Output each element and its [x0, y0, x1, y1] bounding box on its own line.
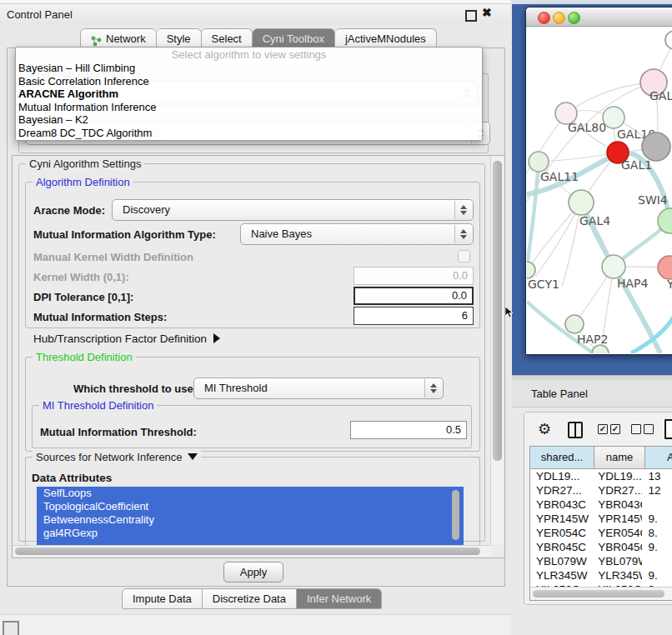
- manual-kernel-checkbox[interactable]: [458, 250, 470, 262]
- split-panes-icon[interactable]: [568, 422, 583, 438]
- data-attributes-list[interactable]: SelfLoopsTopologicalCoefficientBetweenne…: [37, 487, 464, 545]
- table-row[interactable]: YBL079WYBL079W: [530, 554, 672, 568]
- network-node[interactable]: [658, 256, 672, 279]
- table-cell[interactable]: YDL19...: [530, 469, 592, 483]
- table-row[interactable]: YDL19...YDL19...13: [530, 469, 672, 483]
- document-icon[interactable]: [664, 419, 672, 439]
- network-canvas[interactable]: GALGAL80GAL10GAL1GAL11SWI4GAL4GCY1HAP4YH…: [527, 27, 672, 353]
- attribute-list-item[interactable]: SelfLoops: [37, 487, 464, 500]
- table-cell[interactable]: [642, 498, 672, 512]
- network-node[interactable]: [665, 31, 672, 49]
- window-close-button[interactable]: [538, 12, 550, 24]
- minimized-panel-icon[interactable]: [3, 621, 19, 635]
- network-node[interactable]: [602, 255, 625, 278]
- settings-horizontal-scrollbar[interactable]: [13, 545, 491, 557]
- checked-box-icon[interactable]: ✓: [598, 424, 608, 434]
- table-cell[interactable]: [642, 554, 672, 568]
- tab-discretize-data[interactable]: Discretize Data: [203, 588, 297, 609]
- scrollbar-thumb[interactable]: [493, 161, 502, 461]
- attribute-list-item[interactable]: TopologicalCoefficient: [37, 500, 464, 513]
- table-cell[interactable]: YBL079W: [592, 554, 642, 568]
- table-row[interactable]: YPR145WYPR145W9.: [530, 512, 672, 526]
- table-cell[interactable]: 9.: [642, 568, 672, 582]
- hub-definition-expander[interactable]: Hub/Transcription Factor Definition: [33, 332, 220, 345]
- table-cell[interactable]: YDL19...: [592, 469, 642, 483]
- window-minimize-button[interactable]: [553, 12, 565, 24]
- algorithm-option[interactable]: ARACNE Algorithm: [16, 88, 482, 101]
- table-cell[interactable]: YBR043C: [530, 498, 592, 512]
- table-cell[interactable]: YPR145W: [592, 512, 642, 526]
- table-cell[interactable]: YBR045C: [592, 540, 642, 554]
- node-label: GAL4: [579, 214, 610, 228]
- scrollbar-thumb[interactable]: [533, 590, 664, 598]
- settings-vertical-scrollbar[interactable]: [490, 156, 504, 544]
- table-cell[interactable]: YBR043C: [592, 498, 642, 512]
- attribute-list-item[interactable]: BetweennessCentrality: [37, 513, 464, 527]
- table-cell[interactable]: YER054C: [530, 526, 592, 540]
- gear-icon[interactable]: ⚙: [538, 422, 551, 437]
- network-node[interactable]: [527, 262, 535, 278]
- table-cell[interactable]: YDR27...: [592, 483, 642, 498]
- attribute-list-item[interactable]: gal4RGexp: [37, 527, 464, 540]
- checked-box-icon[interactable]: ✓: [610, 424, 620, 434]
- table-horizontal-scrollbar[interactable]: [530, 587, 672, 600]
- window-zoom-button[interactable]: [568, 12, 580, 24]
- column-header-name[interactable]: name: [594, 447, 645, 468]
- network-node[interactable]: [529, 152, 549, 172]
- algorithm-option[interactable]: Basic Correlation Inference: [16, 75, 482, 88]
- algorithm-option[interactable]: Dream8 DC_TDC Algorithm: [16, 127, 482, 140]
- table-cell[interactable]: YBR045C: [530, 540, 592, 554]
- table-cell[interactable]: 13: [642, 469, 672, 483]
- table-row[interactable]: YLR345WYLR345W9.: [530, 568, 672, 582]
- unchecked-box-icon[interactable]: [631, 424, 641, 434]
- table-cell[interactable]: YBL079W: [530, 554, 592, 568]
- network-node[interactable]: [592, 345, 609, 353]
- control-panel-titlebar: Control Panel ✖: [0, 4, 510, 25]
- table-row[interactable]: YBR045CYBR045C9.: [530, 540, 672, 554]
- tab-impute-data[interactable]: Impute Data: [122, 588, 203, 609]
- sources-group-title[interactable]: Sources for Network Inference: [33, 451, 201, 463]
- table-cell[interactable]: 8.: [642, 526, 672, 540]
- tab-infer-network[interactable]: Infer Network: [297, 588, 382, 609]
- which-threshold-combo[interactable]: MI Threshold: [193, 378, 444, 399]
- attribute-list-scrollbar[interactable]: [452, 490, 459, 540]
- algorithm-option[interactable]: Bayesian – Hill Climbing: [16, 62, 482, 75]
- table-cell[interactable]: 9.: [642, 512, 672, 526]
- network-window-titlebar[interactable]: [526, 8, 672, 27]
- table-cell[interactable]: YLR345W: [592, 568, 642, 582]
- node-label: SWI4: [638, 193, 668, 207]
- mi-type-combo[interactable]: Naive Bayes: [240, 223, 474, 245]
- aracne-mode-combo[interactable]: Discovery: [112, 199, 474, 221]
- table-cell[interactable]: YER054C: [592, 526, 642, 540]
- network-node[interactable]: [565, 315, 584, 333]
- column-header-clipped[interactable]: A: [645, 447, 672, 468]
- network-view-window: GALGAL80GAL10GAL1GAL11SWI4GAL4GCY1HAP4YH…: [525, 7, 672, 355]
- mi-steps-field[interactable]: 6: [354, 307, 474, 325]
- network-nodes[interactable]: GALGAL80GAL10GAL1GAL11SWI4GAL4GCY1HAP4YH…: [527, 31, 672, 353]
- table-cell[interactable]: YLR345W: [530, 568, 592, 582]
- network-node[interactable]: [642, 132, 670, 161]
- network-node[interactable]: [603, 107, 624, 128]
- apply-button[interactable]: Apply: [223, 562, 283, 582]
- scrollbar-thumb[interactable]: [15, 548, 480, 555]
- unchecked-box-icon[interactable]: [644, 424, 654, 434]
- table-cell[interactable]: 9.: [642, 540, 672, 554]
- table-body[interactable]: YDL19...YDL19...13YDR27...YDR27...12YBR0…: [530, 469, 672, 588]
- dpi-tolerance-field[interactable]: 0.0: [354, 287, 474, 305]
- table-row[interactable]: YDR27...YDR27...12: [530, 483, 672, 498]
- table-cell[interactable]: YDR27...: [530, 483, 592, 498]
- algorithm-option[interactable]: Bayesian – K2: [16, 113, 482, 127]
- mi-threshold-field[interactable]: 0.5: [350, 421, 467, 439]
- table-row[interactable]: YER054CYER054C8.: [530, 526, 672, 540]
- network-node[interactable]: [569, 190, 594, 215]
- algorithm-option[interactable]: Mutual Information Inference: [16, 101, 482, 114]
- float-window-icon[interactable]: [465, 10, 477, 22]
- bottom-tabs: Impute Data Discretize Data Infer Networ…: [122, 588, 382, 609]
- table-row[interactable]: YBR043CYBR043C: [530, 498, 672, 512]
- close-icon[interactable]: ✖: [482, 6, 492, 19]
- table-cell[interactable]: 12: [642, 483, 672, 498]
- manual-kernel-label: Manual Kernel Width Definition: [33, 251, 193, 263]
- column-header-shared-name[interactable]: shared...: [530, 447, 594, 468]
- kernel-width-field[interactable]: 0.0: [354, 267, 474, 285]
- table-cell[interactable]: YPR145W: [530, 512, 592, 526]
